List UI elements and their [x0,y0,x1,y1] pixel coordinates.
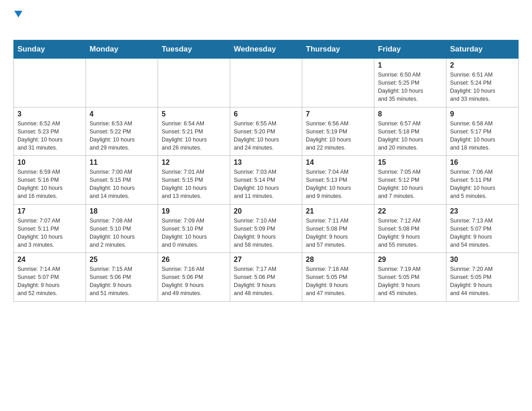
calendar-cell: 22Sunrise: 7:12 AM Sunset: 5:08 PM Dayli… [374,204,446,253]
day-info: Sunrise: 7:17 AM Sunset: 5:06 PM Dayligh… [234,265,298,298]
day-info: Sunrise: 7:03 AM Sunset: 5:14 PM Dayligh… [234,168,298,201]
calendar-cell: 8Sunrise: 6:57 AM Sunset: 5:18 PM Daylig… [374,107,446,156]
day-number: 4 [90,110,154,118]
calendar-cell: 28Sunrise: 7:18 AM Sunset: 5:05 PM Dayli… [302,253,374,302]
calendar-cell: 6Sunrise: 6:55 AM Sunset: 5:20 PM Daylig… [230,107,302,156]
calendar-cell: 30Sunrise: 7:20 AM Sunset: 5:05 PM Dayli… [446,253,519,302]
day-number: 8 [378,110,442,118]
logo-blue-text [13,16,17,30]
calendar-cell: 3Sunrise: 6:52 AM Sunset: 5:23 PM Daylig… [14,107,86,156]
calendar-cell: 25Sunrise: 7:15 AM Sunset: 5:06 PM Dayli… [86,253,158,302]
calendar-cell: 4Sunrise: 6:53 AM Sunset: 5:22 PM Daylig… [86,107,158,156]
day-info: Sunrise: 7:09 AM Sunset: 5:10 PM Dayligh… [162,217,226,249]
calendar-cell [86,59,158,107]
day-number: 7 [306,110,370,118]
calendar-cell: 24Sunrise: 7:14 AM Sunset: 5:07 PM Dayli… [14,253,86,302]
day-info: Sunrise: 7:19 AM Sunset: 5:05 PM Dayligh… [378,265,442,298]
day-number: 21 [306,207,370,215]
day-info: Sunrise: 7:06 AM Sunset: 5:11 PM Dayligh… [450,168,515,201]
day-info: Sunrise: 7:04 AM Sunset: 5:13 PM Dayligh… [306,168,370,201]
logo-chevron-icon [14,11,22,17]
calendar-cell: 5Sunrise: 6:54 AM Sunset: 5:21 PM Daylig… [158,107,230,156]
calendar-table: SundayMondayTuesdayWednesdayThursdayFrid… [13,40,519,302]
day-info: Sunrise: 6:51 AM Sunset: 5:24 PM Dayligh… [450,71,515,103]
day-number: 14 [306,158,370,167]
day-number: 18 [90,207,154,215]
calendar-cell: 9Sunrise: 6:58 AM Sunset: 5:17 PM Daylig… [446,107,519,156]
day-number: 28 [306,256,370,264]
day-info: Sunrise: 7:13 AM Sunset: 5:07 PM Dayligh… [450,217,515,249]
weekday-header-saturday: Saturday [446,40,519,59]
day-number: 30 [450,256,515,264]
day-info: Sunrise: 6:56 AM Sunset: 5:19 PM Dayligh… [306,120,370,152]
day-number: 2 [450,61,515,69]
calendar-cell: 29Sunrise: 7:19 AM Sunset: 5:05 PM Dayli… [374,253,446,302]
day-number: 24 [17,256,82,264]
day-number: 11 [90,158,154,167]
day-number: 6 [234,110,298,118]
calendar-cell: 27Sunrise: 7:17 AM Sunset: 5:06 PM Dayli… [230,253,302,302]
page-header [13,9,519,31]
day-number: 17 [17,207,82,215]
day-number: 3 [17,110,82,118]
weekday-header-friday: Friday [374,40,446,59]
day-info: Sunrise: 7:01 AM Sunset: 5:15 PM Dayligh… [162,168,226,201]
day-number: 26 [162,256,226,264]
calendar-cell: 19Sunrise: 7:09 AM Sunset: 5:10 PM Dayli… [158,204,230,253]
day-number: 12 [162,158,226,167]
weekday-header-sunday: Sunday [14,40,86,59]
day-number: 10 [17,158,82,167]
day-info: Sunrise: 7:16 AM Sunset: 5:06 PM Dayligh… [162,265,226,298]
calendar-cell [302,59,374,107]
calendar-cell: 10Sunrise: 6:59 AM Sunset: 5:16 PM Dayli… [14,156,86,205]
calendar-week-row: 3Sunrise: 6:52 AM Sunset: 5:23 PM Daylig… [14,107,519,156]
calendar-cell: 2Sunrise: 6:51 AM Sunset: 5:24 PM Daylig… [446,59,519,107]
calendar-cell [230,59,302,107]
calendar-cell: 14Sunrise: 7:04 AM Sunset: 5:13 PM Dayli… [302,156,374,205]
day-info: Sunrise: 6:59 AM Sunset: 5:16 PM Dayligh… [17,168,82,201]
calendar-week-row: 17Sunrise: 7:07 AM Sunset: 5:11 PM Dayli… [14,204,519,253]
calendar-cell: 20Sunrise: 7:10 AM Sunset: 5:09 PM Dayli… [230,204,302,253]
day-info: Sunrise: 6:58 AM Sunset: 5:17 PM Dayligh… [450,120,515,152]
calendar-cell: 11Sunrise: 7:00 AM Sunset: 5:15 PM Dayli… [86,156,158,205]
calendar-cell: 21Sunrise: 7:11 AM Sunset: 5:08 PM Dayli… [302,204,374,253]
calendar-cell: 15Sunrise: 7:05 AM Sunset: 5:12 PM Dayli… [374,156,446,205]
day-number: 29 [378,256,442,264]
calendar-cell: 13Sunrise: 7:03 AM Sunset: 5:14 PM Dayli… [230,156,302,205]
weekday-header-row: SundayMondayTuesdayWednesdayThursdayFrid… [14,40,519,59]
day-info: Sunrise: 6:50 AM Sunset: 5:25 PM Dayligh… [378,71,442,103]
day-number: 23 [450,207,515,215]
weekday-header-tuesday: Tuesday [158,40,230,59]
weekday-header-wednesday: Wednesday [230,40,302,59]
day-info: Sunrise: 6:52 AM Sunset: 5:23 PM Dayligh… [17,120,82,152]
day-info: Sunrise: 7:12 AM Sunset: 5:08 PM Dayligh… [378,217,442,249]
calendar-cell: 7Sunrise: 6:56 AM Sunset: 5:19 PM Daylig… [302,107,374,156]
day-number: 13 [234,158,298,167]
calendar-cell: 16Sunrise: 7:06 AM Sunset: 5:11 PM Dayli… [446,156,519,205]
calendar-cell [158,59,230,107]
day-info: Sunrise: 7:18 AM Sunset: 5:05 PM Dayligh… [306,265,370,298]
day-number: 20 [234,207,298,215]
weekday-header-thursday: Thursday [302,40,374,59]
day-info: Sunrise: 6:54 AM Sunset: 5:21 PM Dayligh… [162,120,226,152]
calendar-cell: 26Sunrise: 7:16 AM Sunset: 5:06 PM Dayli… [158,253,230,302]
weekday-header-monday: Monday [86,40,158,59]
day-info: Sunrise: 7:10 AM Sunset: 5:09 PM Dayligh… [234,217,298,249]
day-info: Sunrise: 7:15 AM Sunset: 5:06 PM Dayligh… [90,265,154,298]
day-info: Sunrise: 7:14 AM Sunset: 5:07 PM Dayligh… [17,265,82,298]
calendar-week-row: 1Sunrise: 6:50 AM Sunset: 5:25 PM Daylig… [14,59,519,107]
day-info: Sunrise: 7:08 AM Sunset: 5:10 PM Dayligh… [90,217,154,249]
day-info: Sunrise: 7:00 AM Sunset: 5:15 PM Dayligh… [90,168,154,201]
day-number: 9 [450,110,515,118]
calendar-cell: 17Sunrise: 7:07 AM Sunset: 5:11 PM Dayli… [14,204,86,253]
day-number: 19 [162,207,226,215]
day-info: Sunrise: 7:05 AM Sunset: 5:12 PM Dayligh… [378,168,442,201]
day-number: 15 [378,158,442,167]
day-info: Sunrise: 6:53 AM Sunset: 5:22 PM Dayligh… [90,120,154,152]
calendar-cell: 12Sunrise: 7:01 AM Sunset: 5:15 PM Dayli… [158,156,230,205]
day-number: 22 [378,207,442,215]
day-number: 27 [234,256,298,264]
day-number: 5 [162,110,226,118]
calendar-week-row: 24Sunrise: 7:14 AM Sunset: 5:07 PM Dayli… [14,253,519,302]
day-info: Sunrise: 7:20 AM Sunset: 5:05 PM Dayligh… [450,265,515,298]
